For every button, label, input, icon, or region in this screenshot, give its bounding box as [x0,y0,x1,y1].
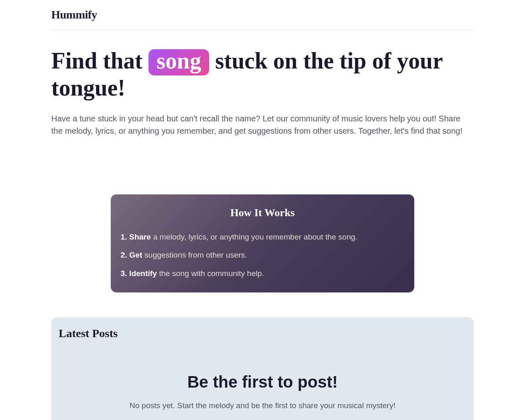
hero-title-before: Find that [51,48,148,73]
header: Hummify [51,0,474,30]
how-it-works-card: How It Works 1. Share a melody, lyrics, … [111,194,414,293]
hero-section: Find that song stuck on the tip of your … [51,30,474,149]
step-1: 1. Share a melody, lyrics, or anything y… [121,231,404,243]
latest-posts-section: Latest Posts Be the first to post! No po… [51,317,474,420]
brand-logo[interactable]: Hummify [51,8,474,21]
step-1-rest: a melody, lyrics, or anything you rememb… [151,233,357,241]
step-1-bold: 1. Share [121,233,151,241]
hero-title: Find that song stuck on the tip of your … [51,48,474,101]
empty-state-description: No posts yet. Start the melody and be th… [59,401,466,410]
hero-description: Have a tune stuck in your head but can't… [51,112,474,137]
how-it-works-title: How It Works [121,207,404,219]
step-2-bold: 2. Get [121,251,142,259]
empty-state: Be the first to post! No posts yet. Star… [59,373,466,420]
step-3-bold: 3. Identify [121,269,157,278]
empty-state-title: Be the first to post! [59,373,466,391]
step-2-rest: suggestions from other users. [142,251,247,259]
latest-posts-title: Latest Posts [59,327,466,340]
step-2: 2. Get suggestions from other users. [121,249,404,261]
step-3-rest: the song with community help. [157,269,264,278]
hero-title-highlight: song [148,49,210,75]
step-3: 3. Identify the song with community help… [121,268,404,280]
